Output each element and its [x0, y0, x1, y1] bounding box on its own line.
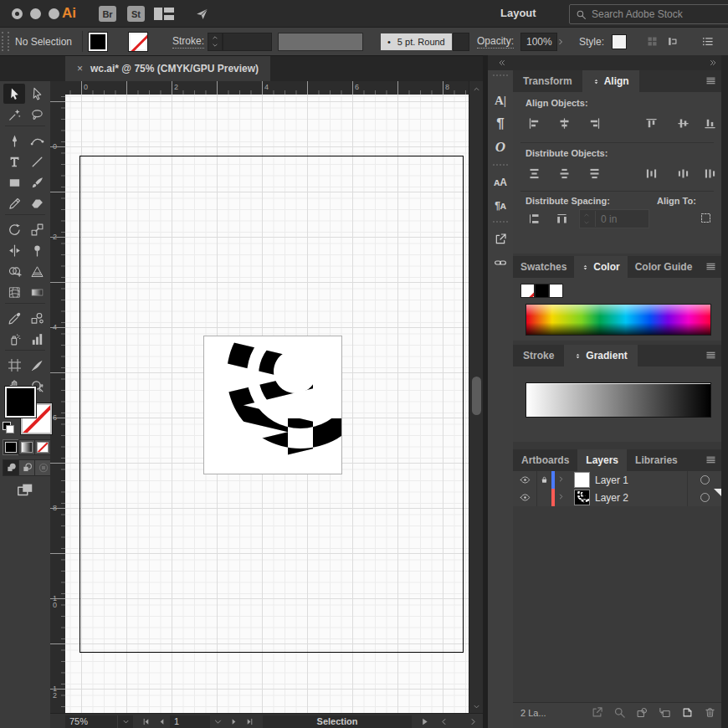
- document-tab[interactable]: × wc.ai* @ 75% (CMYK/GPU Preview): [65, 56, 270, 81]
- align-v-center-button[interactable]: [672, 114, 694, 132]
- tab-transform[interactable]: Transform: [513, 70, 582, 92]
- color-button[interactable]: [3, 439, 19, 455]
- symbol-sprayer-tool[interactable]: [3, 329, 25, 349]
- tab-align[interactable]: Align: [582, 70, 639, 92]
- lasso-tool[interactable]: [26, 105, 48, 125]
- clip-mask-button[interactable]: [631, 706, 654, 719]
- shaper-tool[interactable]: [3, 193, 25, 213]
- links-panel-icon[interactable]: [488, 253, 513, 273]
- default-fill-stroke-icon[interactable]: [3, 422, 13, 432]
- lock-icon[interactable]: [540, 475, 549, 484]
- paintbrush-tool[interactable]: [26, 172, 48, 192]
- eraser-tool[interactable]: [26, 193, 48, 213]
- stroke-weight-label[interactable]: Stroke:: [172, 35, 204, 49]
- chevron-down-icon[interactable]: [212, 42, 218, 49]
- align-v-top-button[interactable]: [640, 114, 662, 132]
- shape-properties-icon[interactable]: [666, 35, 679, 48]
- ruler-origin[interactable]: [50, 81, 66, 95]
- magic-wand-tool[interactable]: [3, 105, 25, 125]
- last-artboard-icon[interactable]: [245, 717, 254, 726]
- layer-name[interactable]: Layer 2: [595, 492, 687, 504]
- brush-dropdown[interactable]: [453, 33, 469, 51]
- trash-button[interactable]: [699, 706, 721, 719]
- close-tab-icon[interactable]: ×: [77, 63, 83, 74]
- align-v-bottom-button[interactable]: [699, 114, 720, 132]
- column-graph-tool[interactable]: [26, 329, 48, 349]
- color-spectrum-bar[interactable]: [525, 304, 711, 336]
- dist-v-bottom-button[interactable]: [583, 164, 605, 182]
- scrollbar-thumb[interactable]: [472, 377, 481, 415]
- new-sublayer-button[interactable]: [654, 706, 676, 719]
- line-tool[interactable]: [26, 151, 48, 172]
- variable-width-profile[interactable]: [278, 33, 363, 51]
- brush-definition[interactable]: •5 pt. Round: [381, 33, 452, 50]
- close-window-button[interactable]: [12, 8, 23, 19]
- rotate-tool[interactable]: [3, 219, 25, 239]
- zoom-window-button[interactable]: [49, 8, 59, 19]
- stroke-color-swatch[interactable]: [128, 32, 148, 52]
- disclosure-icon[interactable]: [557, 493, 565, 500]
- slice-tool[interactable]: [26, 355, 48, 375]
- chevron-right-icon[interactable]: [556, 38, 565, 46]
- fill-color-swatch[interactable]: [88, 32, 108, 52]
- stroke-weight-field[interactable]: [223, 33, 272, 51]
- draw-inside-button[interactable]: [34, 459, 52, 476]
- dist-h-center-button[interactable]: [672, 164, 694, 182]
- visibility-icon[interactable]: [520, 474, 531, 485]
- zoom-level-dropdown[interactable]: [117, 715, 133, 728]
- tab-artboards[interactable]: Artboards: [513, 449, 577, 471]
- color-panel-menu-icon[interactable]: [705, 261, 716, 272]
- puppet-warp-tool[interactable]: [26, 240, 48, 260]
- vertical-scrollbar[interactable]: [469, 81, 484, 713]
- layers-panel-menu-icon[interactable]: [705, 454, 716, 465]
- black-swatch[interactable]: [535, 284, 549, 298]
- next-artboard-icon[interactable]: [229, 717, 238, 726]
- stock-button[interactable]: St: [127, 6, 145, 22]
- panel-grip[interactable]: [2, 32, 9, 51]
- artwork-logo[interactable]: W: [203, 336, 342, 474]
- layer-row-2[interactable]: W Layer 2: [513, 489, 721, 507]
- fill-swatch[interactable]: [5, 387, 36, 418]
- mesh-tool[interactable]: [3, 282, 25, 302]
- eyedropper-tool[interactable]: [3, 308, 25, 328]
- gradient-button[interactable]: [18, 439, 35, 455]
- zoom-level-field[interactable]: 75%: [65, 715, 117, 728]
- export-panel-icon[interactable]: [488, 229, 513, 249]
- control-panel-menu-icon[interactable]: [701, 35, 714, 48]
- gradient-preview-bar[interactable]: [525, 382, 711, 418]
- tab-gradient[interactable]: Gradient: [564, 345, 637, 367]
- dist-h-left-button[interactable]: [640, 164, 662, 182]
- style-swatch[interactable]: [612, 34, 627, 49]
- dist-h-right-button[interactable]: [699, 164, 720, 182]
- canvas[interactable]: W: [65, 95, 469, 713]
- share-icon[interactable]: [195, 7, 209, 21]
- dspace-h-button[interactable]: [551, 209, 572, 228]
- status-display[interactable]: Selection: [263, 715, 412, 728]
- opacity-field[interactable]: 100%: [520, 33, 557, 51]
- perspective-grid-tool[interactable]: [26, 261, 48, 281]
- dspace-v-button[interactable]: [523, 209, 545, 228]
- search-button[interactable]: [608, 706, 631, 719]
- horizontal-ruler[interactable]: 02468: [65, 81, 469, 95]
- artboard-tool[interactable]: [3, 355, 25, 375]
- arrange-documents-icon[interactable]: [154, 8, 174, 20]
- scale-tool[interactable]: [26, 219, 48, 239]
- collapse-icons-icon[interactable]: [498, 59, 506, 67]
- rectangle-tool[interactable]: [3, 172, 25, 192]
- tab-swatches[interactable]: Swatches: [513, 256, 574, 278]
- scroll-up-icon[interactable]: [469, 83, 484, 95]
- pen-tool[interactable]: [3, 131, 25, 151]
- layer-row-1[interactable]: Layer 1: [513, 471, 721, 490]
- paragraph-panel-icon[interactable]: ¶: [488, 114, 513, 134]
- bridge-button[interactable]: Br: [99, 6, 116, 22]
- tab-stroke[interactable]: Stroke: [513, 345, 564, 367]
- opentype-panel-icon[interactable]: O: [488, 137, 513, 157]
- blend-tool[interactable]: [26, 308, 48, 328]
- visibility-icon[interactable]: [520, 492, 531, 503]
- direct-selection-tool[interactable]: [26, 84, 48, 104]
- align-h-center-button[interactable]: [553, 114, 575, 132]
- new-layer-button[interactable]: [676, 706, 699, 719]
- align-h-right-button[interactable]: [583, 114, 605, 132]
- align-to-button[interactable]: [693, 209, 721, 227]
- align-h-left-button[interactable]: [523, 114, 545, 132]
